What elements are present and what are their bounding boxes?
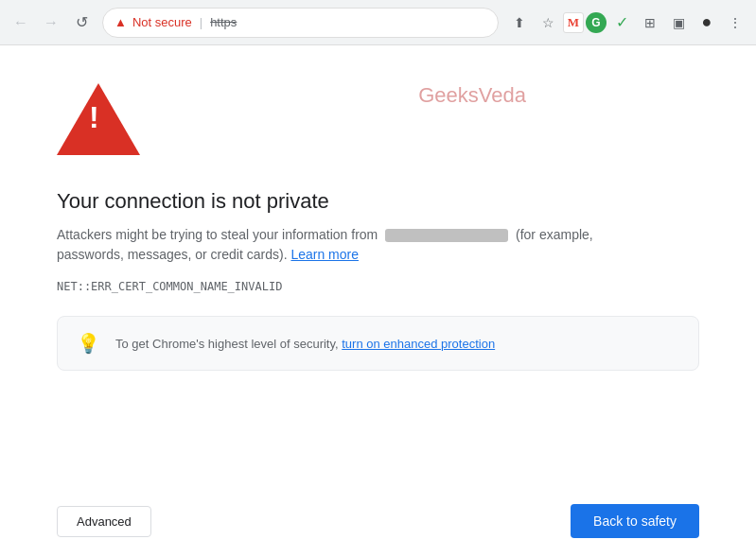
watermark-text: GeeksVeda	[418, 83, 526, 107]
learn-more-link[interactable]: Learn more	[290, 247, 359, 262]
back-to-safety-button[interactable]: Back to safety	[571, 504, 699, 538]
ext-gmail-icon[interactable]: M	[563, 12, 584, 33]
menu-button[interactable]: ⋮	[722, 9, 748, 36]
forward-button[interactable]: →	[38, 9, 64, 36]
bookmark-button[interactable]: ☆	[535, 9, 561, 36]
security-tip-text: To get Chrome's highest level of securit…	[115, 337, 495, 351]
browser-chrome: ← → ↺ ▲ Not secure | https ⬆ ☆ M G ✓ ⊞ ▣…	[0, 0, 756, 45]
enhanced-protection-link[interactable]: turn on enhanced protection	[342, 337, 495, 351]
ext-shield-icon[interactable]: ✓	[608, 9, 635, 36]
error-description: Attackers might be trying to steal your …	[57, 225, 643, 265]
nav-buttons: ← → ↺	[8, 9, 95, 36]
triangle-warning-icon	[57, 83, 140, 155]
toolbar-right: ⬆ ☆ M G ✓ ⊞ ▣ ● ⋮	[506, 9, 748, 36]
extensions-button[interactable]: ⊞	[637, 9, 663, 36]
warning-section: GeeksVeda Your connection is not private…	[57, 83, 699, 485]
security-tip-box: 💡 To get Chrome's highest level of secur…	[57, 316, 699, 371]
blurred-domain	[385, 229, 508, 242]
page-content: GeeksVeda Your connection is not private…	[0, 45, 756, 557]
error-title: Your connection is not private	[57, 189, 329, 214]
advanced-button[interactable]: Advanced	[57, 506, 151, 537]
not-secure-label: Not secure	[132, 15, 192, 29]
bulb-icon: 💡	[77, 332, 100, 355]
address-bar[interactable]: ▲ Not secure | https	[102, 8, 499, 38]
address-separator: |	[200, 15, 202, 29]
security-tip-prefix: To get Chrome's highest level of securit…	[115, 337, 339, 351]
ext-google-icon[interactable]: G	[586, 12, 607, 33]
window-button[interactable]: ▣	[665, 9, 692, 36]
warning-icon-container	[57, 83, 140, 155]
error-code: NET::ERR_CERT_COMMON_NAME_INVALID	[57, 280, 282, 293]
avatar-button[interactable]: ●	[694, 9, 720, 36]
warning-icon: ▲	[114, 15, 127, 29]
description-before: Attackers might be trying to steal your …	[57, 227, 378, 242]
button-row: Advanced Back to safety	[57, 485, 699, 538]
back-button[interactable]: ←	[8, 9, 34, 36]
share-button[interactable]: ⬆	[506, 9, 533, 36]
reload-button[interactable]: ↺	[68, 9, 95, 36]
url-display: https	[210, 15, 237, 29]
warning-header: GeeksVeda	[57, 83, 699, 155]
